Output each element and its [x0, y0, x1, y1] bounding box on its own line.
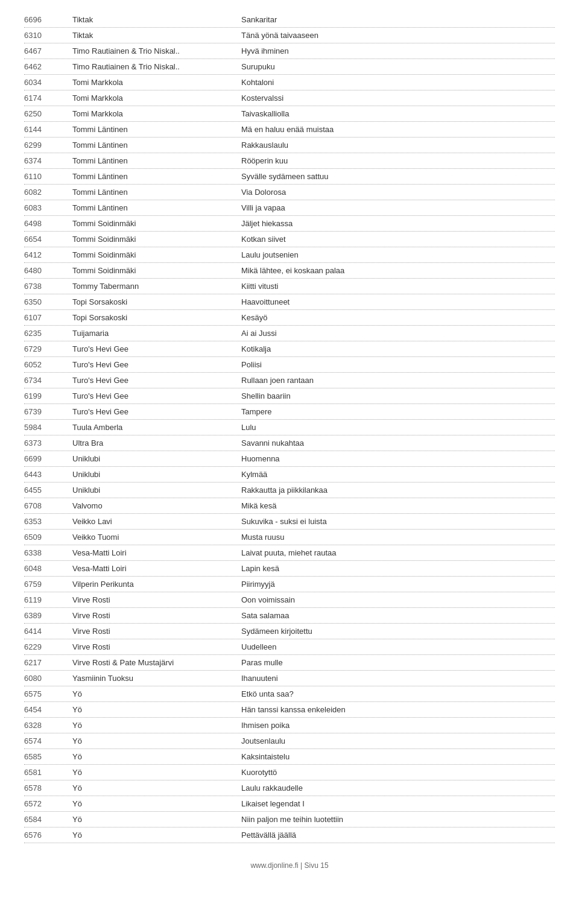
- row-song: Tänä yönä taivaaseen: [241, 31, 555, 40]
- row-artist: Timo Rautiainen & Trio Niskal..: [72, 62, 241, 71]
- row-number: 6110: [24, 172, 72, 181]
- row-song: Via Dolorosa: [241, 188, 555, 197]
- row-number: 6080: [24, 674, 72, 683]
- row-artist: Yö: [72, 768, 241, 777]
- row-artist: Yö: [72, 736, 241, 745]
- row-number: 6034: [24, 78, 72, 87]
- table-row: 6480Tommi SoidinmäkiMikä lähtee, ei kosk…: [24, 263, 555, 279]
- row-number: 6443: [24, 470, 72, 479]
- row-number: 6462: [24, 62, 72, 71]
- row-artist: Tuijamaria: [72, 329, 241, 338]
- table-row: 6443UniklubiKylmää: [24, 467, 555, 483]
- row-number: 5984: [24, 423, 72, 432]
- row-song: Ihmisen poika: [241, 721, 555, 730]
- row-song: Hän tanssi kanssa enkeleiden: [241, 705, 555, 714]
- row-artist: Tiktak: [72, 31, 241, 40]
- table-row: 6578YöLaulu rakkaudelle: [24, 780, 555, 796]
- row-artist: Virve Rosti: [72, 611, 241, 620]
- table-row: 6462Timo Rautiainen & Trio Niskal..Surup…: [24, 59, 555, 75]
- row-song: Surupuku: [241, 62, 555, 71]
- table-row: 5984Tuula AmberlaLulu: [24, 420, 555, 435]
- row-song: Laulu joutsenien: [241, 250, 555, 259]
- row-number: 6584: [24, 815, 72, 824]
- row-artist: Yö: [72, 799, 241, 808]
- table-row: 6199Turo's Hevi GeeShellin baariin: [24, 388, 555, 404]
- row-song: Likaiset legendat I: [241, 799, 555, 808]
- table-row: 6455UniklubiRakkautta ja piikkilankaa: [24, 483, 555, 498]
- row-song: Kylmää: [241, 470, 555, 479]
- table-row: 6299Tommi LäntinenRakkauslaulu: [24, 138, 555, 153]
- row-number: 6739: [24, 407, 72, 416]
- row-artist: Tommi Läntinen: [72, 125, 241, 134]
- row-number: 6455: [24, 486, 72, 495]
- row-artist: Tommy Tabermann: [72, 282, 241, 291]
- row-number: 6572: [24, 799, 72, 808]
- row-number: 6299: [24, 141, 72, 150]
- row-artist: Yö: [72, 815, 241, 824]
- row-song: Jäljet hiekassa: [241, 219, 555, 228]
- table-row: 6739Turo's Hevi GeeTampere: [24, 404, 555, 420]
- table-row: 6144Tommi LäntinenMä en haluu enää muist…: [24, 122, 555, 138]
- table-row: 6034Tomi MarkkolaKohtaloni: [24, 75, 555, 90]
- row-number: 6310: [24, 31, 72, 40]
- row-song: Poliisi: [241, 360, 555, 369]
- row-song: Ihanuuteni: [241, 674, 555, 683]
- row-artist: Tommi Soidinmäki: [72, 219, 241, 228]
- row-song: Kotkan siivet: [241, 235, 555, 244]
- row-artist: Yö: [72, 752, 241, 761]
- row-song: Lapin kesä: [241, 564, 555, 573]
- row-song: Laivat puuta, miehet rautaa: [241, 548, 555, 557]
- row-song: Ai ai Jussi: [241, 329, 555, 338]
- row-number: 6217: [24, 658, 72, 667]
- row-song: Syvälle sydämeen sattuu: [241, 172, 555, 181]
- row-song: Laulu rakkaudelle: [241, 783, 555, 793]
- row-song: Taivaskalliolla: [241, 109, 555, 118]
- row-song: Musta ruusu: [241, 533, 555, 542]
- row-number: 6328: [24, 721, 72, 730]
- table-row: 6107Topi SorsakoskiKesäyö: [24, 310, 555, 326]
- table-row: 6389Virve RostiSata salamaa: [24, 608, 555, 624]
- row-number: 6250: [24, 109, 72, 118]
- row-number: 6574: [24, 736, 72, 745]
- table-row: 6575YöEtkö unta saa?: [24, 686, 555, 702]
- table-row: 6119Virve RostiOon voimissain: [24, 592, 555, 608]
- table-row: 6729Turo's Hevi GeeKotikalja: [24, 341, 555, 357]
- row-number: 6119: [24, 595, 72, 604]
- table-row: 6174Tomi MarkkolaKostervalssi: [24, 90, 555, 106]
- row-artist: Turo's Hevi Gee: [72, 360, 241, 369]
- row-artist: Uniklubi: [72, 470, 241, 479]
- row-number: 6696: [24, 15, 72, 24]
- table-row: 6572YöLikaiset legendat I: [24, 796, 555, 812]
- row-artist: Virve Rosti: [72, 627, 241, 636]
- row-song: Rööperin kuu: [241, 156, 555, 165]
- row-artist: Tommi Läntinen: [72, 141, 241, 150]
- song-table: 6696TiktakSankaritar6310TiktakTänä yönä …: [24, 12, 555, 843]
- row-song: Mikä kesä: [241, 501, 555, 510]
- row-number: 6581: [24, 768, 72, 777]
- row-song: Kuorotyttö: [241, 768, 555, 777]
- row-number: 6229: [24, 642, 72, 651]
- row-artist: Tommi Soidinmäki: [72, 266, 241, 275]
- row-artist: Turo's Hevi Gee: [72, 344, 241, 353]
- row-number: 6467: [24, 46, 72, 55]
- table-row: 6373Ultra BraSavanni nukahtaa: [24, 435, 555, 451]
- row-artist: Vilperin Perikunta: [72, 580, 241, 589]
- row-song: Kohtaloni: [241, 78, 555, 87]
- table-row: 6250Tomi MarkkolaTaivaskalliolla: [24, 106, 555, 122]
- row-song: Kotikalja: [241, 344, 555, 353]
- row-number: 6578: [24, 783, 72, 793]
- table-row: 6584YöNiin paljon me teihin luotettiin: [24, 812, 555, 827]
- page-footer: www.djonline.fi | Sivu 15: [24, 861, 555, 870]
- row-song: Sydämeen kirjoitettu: [241, 627, 555, 636]
- table-row: 6585YöKaksintaistelu: [24, 749, 555, 765]
- table-row: 6374Tommi LäntinenRööperin kuu: [24, 153, 555, 169]
- row-song: Kostervalssi: [241, 93, 555, 103]
- table-row: 6738Tommy TabermannKiitti vitusti: [24, 279, 555, 294]
- row-artist: Tommi Läntinen: [72, 188, 241, 197]
- row-artist: Veikko Tuomi: [72, 533, 241, 542]
- table-row: 6414Virve RostiSydämeen kirjoitettu: [24, 624, 555, 639]
- table-row: 6350Topi SorsakoskiHaavoittuneet: [24, 294, 555, 310]
- table-row: 6454YöHän tanssi kanssa enkeleiden: [24, 702, 555, 718]
- row-number: 6052: [24, 360, 72, 369]
- row-song: Kaksintaistelu: [241, 752, 555, 761]
